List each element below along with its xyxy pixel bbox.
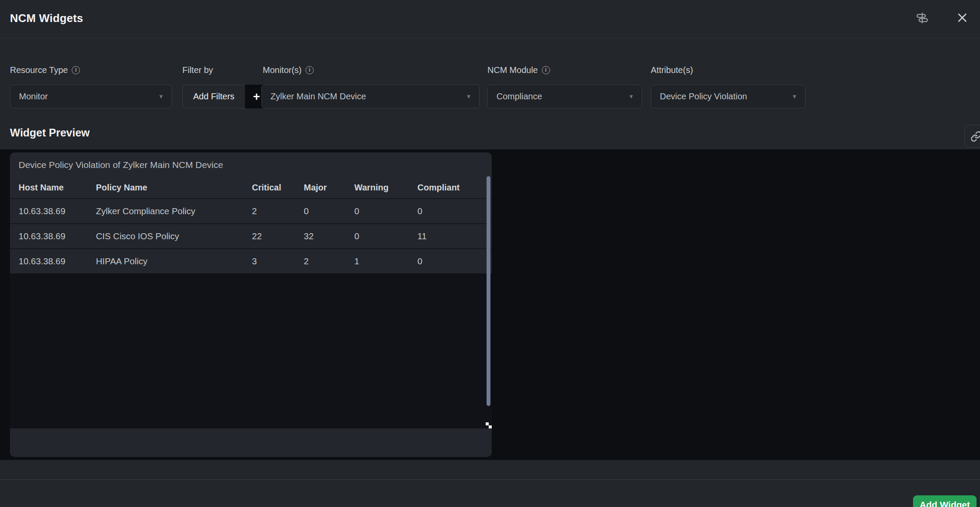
resource-type-value: Monitor: [19, 92, 48, 101]
resource-type-dropdown[interactable]: Monitor ▼: [10, 85, 172, 108]
column-header: Major: [304, 183, 354, 193]
critical-cell: 2: [252, 206, 304, 216]
warning-cell: 1: [354, 256, 417, 266]
chevron-down-icon: ▼: [792, 93, 797, 100]
link-icon[interactable]: [964, 125, 980, 148]
ncm-module-value: Compliance: [496, 92, 542, 101]
table-header-row: Host Name Policy Name Critical Major War…: [10, 177, 492, 198]
close-icon[interactable]: [952, 8, 972, 28]
warning-cell: 0: [354, 206, 417, 216]
preview-widget-card: Device Policy Violation of Zylker Main N…: [10, 152, 492, 457]
chevron-down-icon: ▼: [158, 93, 164, 100]
column-header: Host Name: [19, 183, 96, 193]
compliant-cell: 11: [417, 231, 492, 241]
attributes-value: Device Policy Violation: [660, 92, 747, 101]
host-name-cell: 10.63.38.69: [19, 206, 96, 216]
critical-cell: 3: [252, 256, 304, 266]
resize-handle-icon[interactable]: [489, 425, 492, 428]
widget-preview-title: Widget Preview: [10, 127, 90, 139]
widget-scrollbar[interactable]: [487, 176, 490, 406]
widget-footer-bar: [10, 428, 492, 457]
table-row[interactable]: 10.63.38.69 Zylker Compliance Policy 2 0…: [10, 198, 492, 223]
column-header: Compliant: [417, 183, 492, 193]
major-cell: 0: [304, 206, 354, 216]
attributes-label: Attribute(s): [651, 64, 693, 76]
widget-layout-icon[interactable]: [913, 8, 932, 28]
policy-name-cell: Zylker Compliance Policy: [96, 206, 252, 216]
compliant-cell: 0: [417, 256, 492, 266]
monitors-value: Zylker Main NCM Device: [270, 92, 366, 101]
host-name-cell: 10.63.38.69: [19, 231, 96, 241]
policy-name-cell: CIS Cisco IOS Policy: [96, 231, 252, 241]
chevron-down-icon: ▼: [628, 93, 634, 100]
monitors-label: Monitor(s) i: [263, 64, 314, 76]
column-header: Critical: [252, 183, 304, 193]
policy-name-cell: HIPAA Policy: [96, 256, 252, 266]
dialog-title: NCM Widgets: [10, 12, 83, 25]
widget-title: Device Policy Violation of Zylker Main N…: [10, 152, 492, 177]
major-cell: 2: [304, 256, 354, 266]
add-filters-label: Add Filters: [182, 85, 245, 108]
table-row[interactable]: 10.63.38.69 HIPAA Policy 3 2 1 0: [10, 248, 492, 273]
warning-cell: 0: [354, 231, 417, 241]
widget-preview-area: Device Policy Violation of Zylker Main N…: [0, 149, 980, 460]
ncm-module-label: NCM Module i: [487, 64, 550, 76]
info-icon[interactable]: i: [72, 66, 80, 74]
critical-cell: 22: [252, 231, 304, 241]
resize-handle-icon[interactable]: [486, 422, 489, 425]
info-icon[interactable]: i: [305, 66, 314, 74]
compliant-cell: 0: [417, 206, 492, 216]
major-cell: 32: [304, 231, 354, 241]
dialog-header: NCM Widgets: [0, 0, 980, 38]
add-widget-button[interactable]: Add Widget: [913, 495, 977, 507]
chevron-down-icon: ▼: [466, 93, 471, 100]
info-icon[interactable]: i: [542, 66, 550, 74]
add-filters-button[interactable]: Add Filters +: [182, 85, 268, 108]
monitors-dropdown[interactable]: Zylker Main NCM Device ▼: [261, 85, 480, 108]
column-header: Policy Name: [96, 183, 252, 193]
ncm-widgets-dialog: NCM Widgets Resource Type i Filter by Mo…: [0, 0, 980, 507]
attributes-dropdown[interactable]: Device Policy Violation ▼: [651, 85, 805, 108]
host-name-cell: 10.63.38.69: [19, 256, 96, 266]
ncm-module-dropdown[interactable]: Compliance ▼: [487, 85, 642, 108]
filter-by-label: Filter by: [182, 64, 213, 76]
resource-type-label: Resource Type i: [10, 64, 80, 76]
footer-divider: [0, 479, 980, 480]
column-header: Warning: [354, 183, 417, 193]
table-row[interactable]: 10.63.38.69 CIS Cisco IOS Policy 22 32 0…: [10, 223, 492, 248]
